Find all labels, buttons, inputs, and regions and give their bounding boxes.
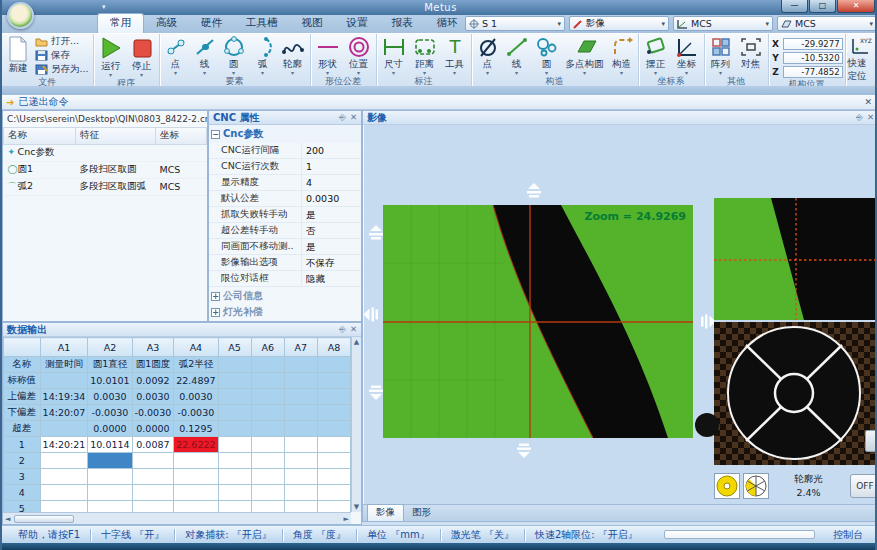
segment-light-button[interactable] — [743, 473, 769, 499]
grid-cell[interactable] — [317, 373, 350, 389]
construct-line-button[interactable]: 线▾ — [503, 35, 531, 75]
cnc-prop-value[interactable]: 否 — [301, 223, 361, 238]
datagrid-row-header[interactable]: 4 — [4, 485, 41, 501]
command-coord-cell[interactable]: MCS — [156, 161, 207, 178]
grid-cell[interactable] — [317, 405, 350, 421]
grid-cell[interactable] — [40, 453, 88, 469]
datagrid-row-header[interactable]: 超差 — [4, 421, 41, 437]
col-feature[interactable]: 特征 — [76, 128, 156, 144]
grid-cell[interactable] — [251, 453, 284, 469]
grid-cell[interactable]: 10.0101 — [88, 373, 132, 389]
command-feature-cell[interactable]: 多段扫区取圆 — [76, 161, 156, 178]
command-bar-close-icon[interactable]: ✕ — [861, 97, 875, 107]
grid-cell[interactable] — [88, 453, 132, 469]
grid-cell[interactable] — [218, 389, 251, 405]
mcs-select-1[interactable]: MCS▾ — [673, 16, 773, 31]
construct-circle-button[interactable]: 圆▾ — [532, 35, 562, 75]
grid-cell[interactable] — [218, 501, 251, 513]
col-name[interactable]: 名称 — [4, 128, 76, 144]
grid-cell[interactable] — [218, 421, 251, 437]
datagrid-row-header[interactable]: 5 — [4, 501, 41, 513]
grid-cell[interactable] — [40, 373, 88, 389]
close-icon[interactable]: ✕ — [867, 112, 874, 123]
grid-cell[interactable] — [174, 501, 218, 513]
grid-cell[interactable] — [174, 469, 218, 485]
pan-up-icon[interactable] — [524, 183, 544, 200]
feature-contour-button[interactable]: 轮廓▾ — [278, 35, 308, 75]
scroll-right-icon[interactable]: ► — [342, 515, 351, 523]
cnc-prop-row-1[interactable]: CNC运行次数1 — [209, 159, 361, 175]
status-item-3[interactable]: 角度 『度』 — [283, 528, 356, 542]
pan-left-icon[interactable] — [364, 305, 381, 325]
grid-cell[interactable]: 0.1295 — [174, 421, 218, 437]
grid-cell[interactable]: 10.0114 — [88, 437, 132, 453]
dim-tool-button[interactable]: T 工具▾ — [441, 35, 469, 75]
console-label[interactable]: 控制台 — [823, 528, 873, 542]
grid-cell[interactable] — [40, 421, 88, 437]
grid-cell[interactable] — [317, 485, 350, 501]
grid-cell[interactable] — [317, 389, 350, 405]
feature-circle-button[interactable]: 圆▾ — [220, 35, 248, 75]
grid-cell[interactable] — [218, 373, 251, 389]
cnc-group-0[interactable]: +公司信息 — [209, 287, 361, 303]
pin-icon[interactable]: ⎆ — [339, 112, 346, 123]
grid-cell[interactable] — [251, 357, 284, 373]
command-name-cell[interactable]: ⌒弧2 — [4, 178, 76, 195]
grid-cell[interactable]: 14:20:07 — [40, 405, 88, 421]
tab-4[interactable]: 视图 — [290, 14, 335, 33]
datagrid-col-header-A1[interactable]: A1 — [40, 338, 88, 357]
grid-cell[interactable] — [174, 453, 218, 469]
grid-cell[interactable] — [251, 389, 284, 405]
grid-cell[interactable]: -0.0030 — [88, 405, 132, 421]
grid-cell[interactable]: 0.0030 — [174, 389, 218, 405]
feature-line-button[interactable]: 线▾ — [191, 35, 219, 75]
feature-arc-button[interactable]: 弧▾ — [249, 35, 277, 75]
construct-multipoint-circle-button[interactable]: 多点构圆▾ — [563, 35, 607, 75]
status-item-2[interactable]: 对象捕获: 『开启』 — [175, 528, 282, 542]
pan-down-icon[interactable] — [514, 441, 534, 458]
grid-cell[interactable] — [40, 485, 88, 501]
grid-cell[interactable] — [251, 501, 284, 513]
light-off-button[interactable]: OFF — [850, 474, 877, 498]
grid-cell[interactable]: 14:19:34 — [40, 389, 88, 405]
grid-cell[interactable] — [132, 501, 174, 513]
grid-cell[interactable] — [88, 469, 132, 485]
close-icon[interactable]: ✕ — [350, 324, 357, 335]
cnc-prop-value[interactable]: 隐藏 — [301, 271, 361, 286]
grid-cell[interactable]: -0.0030 — [132, 405, 174, 421]
cnc-prop-value[interactable]: 是 — [301, 239, 361, 254]
datagrid-col-header-A2[interactable]: A2 — [88, 338, 132, 357]
cnc-prop-value[interactable]: 1 — [301, 159, 361, 174]
pan-right-icon[interactable] — [697, 310, 714, 330]
coord-button[interactable]: 坐标▾ — [672, 35, 702, 75]
new-button[interactable]: 新建 — [4, 35, 32, 76]
cnc-prop-row-2[interactable]: 显示精度4 — [209, 175, 361, 191]
surface-light-button[interactable] — [714, 473, 740, 499]
grid-cell[interactable] — [218, 485, 251, 501]
command-name-cell[interactable]: ◯圆1 — [4, 161, 76, 178]
status-item-6[interactable]: 快速2轴限位: 『开启』 — [525, 528, 648, 542]
tab-7[interactable]: 循环 — [425, 14, 470, 33]
grid-cell[interactable] — [251, 469, 284, 485]
grid-cell[interactable] — [251, 421, 284, 437]
cnc-prop-row-5[interactable]: 超公差转手动否 — [209, 223, 361, 239]
datagrid-row-header[interactable]: 名称 — [4, 357, 41, 373]
grid-cell[interactable] — [132, 485, 174, 501]
grid-cell[interactable]: 弧2半径 — [174, 357, 218, 373]
datagrid-col-header-A8[interactable]: A8 — [317, 338, 350, 357]
grid-cell[interactable] — [132, 453, 174, 469]
grid-cell[interactable] — [317, 453, 350, 469]
grid-cell[interactable]: 0.0092 — [132, 373, 174, 389]
grid-cell[interactable] — [218, 357, 251, 373]
grid-cell[interactable] — [40, 469, 88, 485]
cnc-prop-row-7[interactable]: 影像输出选项不保存 — [209, 255, 361, 271]
scroll-left-icon[interactable]: ◄ — [3, 515, 12, 523]
dim-distance-button[interactable]: 距离▾ — [410, 35, 440, 75]
grid-cell[interactable]: 圆1直径 — [88, 357, 132, 373]
datagrid-col-header-A6[interactable]: A6 — [251, 338, 284, 357]
collapse-icon[interactable]: − — [211, 130, 220, 139]
open-button[interactable]: 打开... — [33, 35, 91, 48]
grid-cell[interactable] — [284, 469, 317, 485]
main-camera-view[interactable]: Zoom = 24.9269 — [383, 205, 693, 438]
datagrid-horizontal-scrollbar[interactable]: ◄► — [3, 512, 351, 524]
